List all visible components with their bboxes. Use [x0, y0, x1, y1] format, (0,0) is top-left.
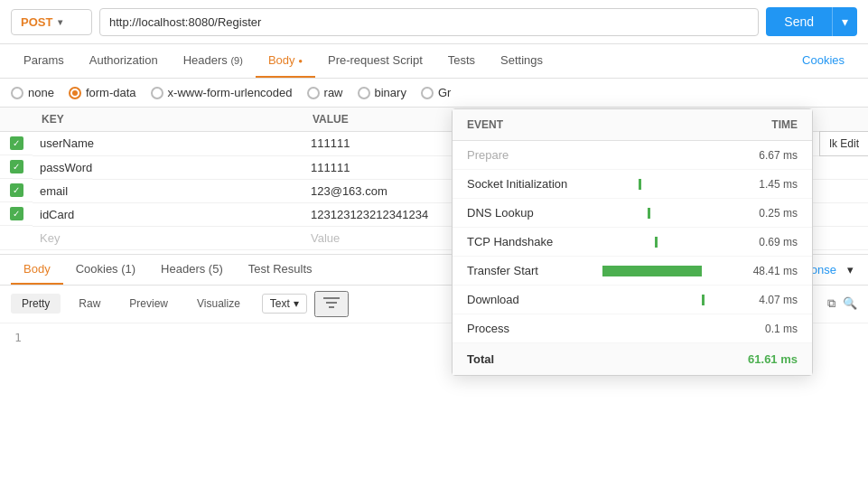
tab-prerequest[interactable]: Pre-request Script — [315, 44, 435, 78]
bulk-edit-button[interactable]: lk Edit — [819, 131, 868, 156]
row-key: email — [33, 179, 303, 202]
radio-urlencoded[interactable]: x-www-form-urlencoded — [151, 86, 293, 99]
tab-cookies[interactable]: Cookies — [789, 44, 857, 78]
popup-row-time: 0.69 ms — [743, 236, 798, 248]
format-preview[interactable]: Preview — [118, 294, 179, 314]
popup-time-col: TIME — [771, 118, 798, 131]
format-visualize[interactable]: Visualize — [186, 294, 251, 314]
row-key: userName — [33, 132, 303, 156]
radio-binary-circle — [358, 87, 370, 99]
popup-timing-row: Socket Initialization 1.45 ms — [453, 170, 812, 199]
col-key-header: KEY — [33, 108, 303, 132]
checkbox-checked-icon[interactable]: ✓ — [10, 136, 23, 150]
tab-response-cookies[interactable]: Cookies (1) — [63, 255, 148, 285]
bar-container-empty — [602, 150, 729, 161]
tab-body[interactable]: Body ● — [256, 44, 315, 78]
bar-tick — [655, 237, 658, 248]
method-select[interactable]: POST ▾ — [11, 9, 92, 35]
row-checkbox[interactable]: ✓ — [0, 155, 33, 179]
top-bar: POST ▾ Send ▾ — [0, 0, 868, 44]
popup-row-time: 0.1 ms — [743, 323, 798, 335]
popup-timing-row: Prepare 6.67 ms — [453, 141, 812, 170]
popup-timing-row: TCP Handshake 0.69 ms — [453, 228, 812, 257]
tab-authorization[interactable]: Authorization — [77, 44, 171, 78]
tab-params[interactable]: Params — [11, 44, 77, 78]
checkbox-checked-icon[interactable]: ✓ — [10, 160, 23, 173]
search-icon[interactable]: 🔍 — [843, 296, 857, 311]
row-key: idCard — [33, 202, 303, 226]
bar-tick — [702, 295, 705, 305]
popup-timing-row: Transfer Start 48.41 ms — [453, 257, 812, 286]
tab-settings[interactable]: Settings — [488, 44, 555, 78]
radio-binary[interactable]: binary — [358, 86, 406, 99]
bar-container — [602, 237, 729, 248]
text-dropdown-label: Text — [270, 297, 290, 310]
popup-timing-row: Process 0.1 ms — [453, 314, 812, 343]
popup-row-label: Process — [467, 322, 588, 335]
body-options: none form-data x-www-form-urlencoded raw… — [0, 79, 868, 108]
row-empty-key[interactable]: Key — [33, 226, 303, 249]
save-response-chevron-icon[interactable]: ▾ — [847, 263, 854, 276]
tab-headers[interactable]: Headers (9) — [171, 44, 256, 78]
radio-none-circle — [11, 87, 23, 99]
radio-form-data[interactable]: form-data — [69, 86, 136, 99]
tab-response-body[interactable]: Body — [11, 255, 63, 285]
radio-form-data-circle — [69, 87, 81, 99]
popup-row-label: Socket Initialization — [467, 177, 588, 191]
bar-container-empty — [602, 323, 729, 334]
popup-row-label: TCP Handshake — [467, 235, 588, 248]
line-number: 1 — [14, 331, 22, 344]
popup-row-label: DNS Lookup — [467, 206, 588, 220]
text-dropdown-chevron-icon: ▾ — [294, 297, 299, 310]
bar-container — [602, 266, 729, 276]
tab-response-headers[interactable]: Headers (5) — [148, 255, 236, 285]
radio-urlencoded-circle — [151, 87, 163, 99]
send-button[interactable]: Send ▾ — [766, 7, 857, 36]
popup-row-time: 4.07 ms — [743, 294, 798, 306]
popup-row-time: 6.67 ms — [743, 149, 798, 162]
send-arrow-icon[interactable]: ▾ — [832, 7, 857, 36]
popup-row-label: Transfer Start — [467, 264, 588, 277]
send-label: Send — [766, 7, 832, 36]
tab-tests[interactable]: Tests — [435, 44, 488, 78]
copy-icon[interactable]: ⧉ — [827, 296, 835, 311]
radio-none[interactable]: none — [11, 86, 54, 99]
row-checkbox[interactable]: ✓ — [0, 202, 33, 226]
format-raw[interactable]: Raw — [68, 294, 111, 314]
tab-response-tests[interactable]: Test Results — [236, 255, 325, 285]
radio-graphql[interactable]: Gr — [421, 86, 451, 99]
row-empty-check — [0, 226, 33, 249]
timing-popup: EVENT TIME Prepare 6.67 ms Socket Initia… — [452, 108, 813, 376]
popup-timing-row: Download 4.07 ms — [453, 286, 812, 314]
bar-fill — [602, 266, 702, 276]
popup-header: EVENT TIME — [453, 109, 812, 141]
radio-graphql-circle — [421, 87, 434, 99]
radio-raw-circle — [307, 87, 320, 99]
chevron-down-icon: ▾ — [58, 17, 62, 27]
method-label: POST — [21, 15, 52, 29]
popup-timing-row: DNS Lookup 0.25 ms — [453, 199, 812, 228]
row-checkbox[interactable]: ✓ — [0, 132, 33, 155]
bar-tick — [639, 179, 641, 190]
response-right-icons: ⧉ 🔍 — [827, 296, 857, 311]
popup-row-time: 0.25 ms — [743, 207, 798, 220]
row-key: passWord — [33, 155, 303, 179]
popup-row-label: Prepare — [467, 148, 588, 162]
radio-raw[interactable]: raw — [307, 86, 343, 99]
popup-row-label: Download — [467, 293, 588, 306]
col-check-header — [0, 108, 33, 132]
checkbox-checked-icon[interactable]: ✓ — [10, 183, 23, 197]
row-checkbox[interactable]: ✓ — [0, 179, 33, 202]
popup-row-time: 48.41 ms — [743, 265, 798, 277]
url-input[interactable] — [99, 8, 759, 36]
nav-tabs: Params Authorization Headers (9) Body ● … — [0, 44, 868, 79]
filter-icon[interactable] — [314, 291, 349, 317]
text-dropdown[interactable]: Text ▾ — [262, 294, 307, 314]
popup-total-label: Total — [467, 352, 748, 366]
popup-event-col: EVENT — [467, 118, 503, 131]
checkbox-checked-icon[interactable]: ✓ — [10, 207, 23, 220]
popup-row-time: 1.45 ms — [743, 178, 798, 191]
bar-container — [602, 179, 729, 190]
format-pretty[interactable]: Pretty — [11, 294, 61, 314]
popup-total-row: Total 61.61 ms — [453, 343, 812, 375]
